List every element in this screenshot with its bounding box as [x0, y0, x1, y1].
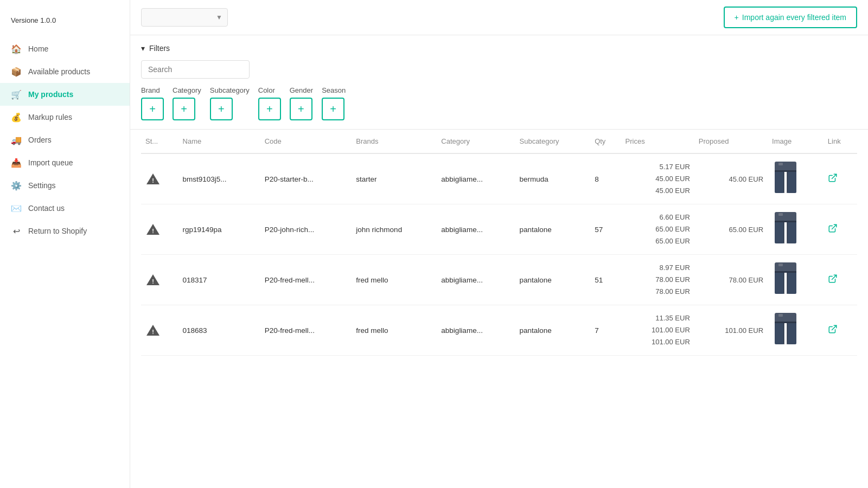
row-2-brands: john richmond	[352, 204, 437, 255]
filters-chevron-icon: ▾	[141, 44, 145, 53]
col-header-name: Name	[178, 130, 260, 153]
contact-us-label: Contact us	[28, 204, 65, 213]
row-1-status: !	[141, 153, 178, 204]
col-header-code: Code	[260, 130, 352, 153]
sidebar-item-my-products[interactable]: 🛒My products	[0, 83, 130, 106]
markup-rules-icon: 💰	[11, 112, 22, 123]
svg-text:!: !	[152, 228, 154, 234]
filters-section: ▾ Filters Brand+Category+Subcategory+Col…	[130, 35, 868, 130]
orders-label: Orders	[28, 136, 52, 144]
row-2-category: abbigliame...	[437, 204, 515, 255]
sidebar-item-contact-us[interactable]: ✉️Contact us	[0, 197, 130, 220]
warning-icon: !	[145, 171, 161, 187]
my-products-icon: 🛒	[11, 89, 22, 100]
row-3-category: abbigliame...	[437, 255, 515, 305]
row-2-subcategory: pantalone	[515, 204, 591, 255]
filter-group-category: Category+	[173, 86, 201, 120]
row-3-link[interactable]	[824, 255, 857, 305]
sidebar-item-import-queue[interactable]: 📥Import queue	[0, 151, 130, 174]
warning-icon: !	[145, 222, 161, 237]
svg-rect-3	[775, 170, 784, 193]
import-plus-icon: +	[735, 13, 739, 22]
svg-text:!: !	[152, 329, 154, 335]
table-header-row: St...NameCodeBrandsCategorySubcategoryQt…	[141, 130, 857, 153]
svg-rect-38	[778, 314, 783, 317]
svg-line-9	[832, 174, 836, 178]
svg-text:!: !	[152, 278, 154, 285]
svg-rect-5	[775, 170, 796, 172]
filter-add-btn-gender[interactable]: +	[290, 98, 312, 120]
home-label: Home	[28, 44, 48, 53]
filter-label-gender: Gender	[290, 86, 313, 94]
products-table-wrapper: St...NameCodeBrandsCategorySubcategoryQt…	[130, 130, 868, 356]
row-4-status: !	[141, 305, 178, 356]
filters-toggle[interactable]: ▾ Filters	[141, 44, 857, 53]
svg-rect-34	[787, 322, 796, 344]
markup-rules-label: Markup rules	[28, 113, 72, 121]
sidebar-item-orders[interactable]: 🚚Orders	[0, 129, 130, 151]
row-2-link[interactable]	[824, 204, 857, 255]
row-3-code: P20-fred-mell...	[260, 255, 352, 305]
import-queue-icon: 📥	[11, 157, 22, 168]
row-1-name: bmst9103j5...	[178, 153, 260, 204]
settings-label: Settings	[28, 181, 56, 190]
svg-text:!: !	[152, 177, 154, 184]
warning-icon: !	[145, 272, 161, 287]
svg-line-29	[832, 275, 836, 279]
row-1-subcategory: bermuda	[515, 153, 591, 204]
row-1-link[interactable]	[824, 153, 857, 204]
products-table: St...NameCodeBrandsCategorySubcategoryQt…	[141, 130, 857, 356]
row-4-proposed: 101.00 EUR	[694, 305, 768, 356]
row-2-prices: 6.60 EUR65.00 EUR65.00 EUR	[621, 204, 694, 255]
col-header-link: Link	[824, 130, 857, 153]
filter-group-subcategory: Subcategory+	[210, 86, 250, 120]
svg-rect-35	[775, 322, 796, 323]
svg-rect-14	[787, 221, 796, 243]
sidebar-item-settings[interactable]: ⚙️Settings	[0, 174, 130, 197]
sidebar-item-markup-rules[interactable]: 💰Markup rules	[0, 106, 130, 129]
row-1-image	[768, 153, 824, 204]
row-4-prices: 11.35 EUR101.00 EUR101.00 EUR	[621, 305, 694, 356]
sidebar: Versione 1.0.0 🏠Home📦Available products🛒…	[0, 0, 130, 488]
table-header: St...NameCodeBrandsCategorySubcategoryQt…	[141, 130, 857, 153]
search-input[interactable]	[141, 60, 250, 79]
col-header-brands: Brands	[352, 130, 437, 153]
filter-dropdown-wrapper: ▼	[141, 8, 228, 27]
svg-rect-33	[775, 322, 784, 344]
row-3-name: 018317	[178, 255, 260, 305]
row-3-prices: 8.97 EUR78.00 EUR78.00 EUR	[621, 255, 694, 305]
svg-rect-15	[775, 221, 796, 222]
row-4-link[interactable]	[824, 305, 857, 356]
return-to-shopify-label: Return to Shopify	[28, 227, 87, 235]
filter-group-season: Season+	[322, 86, 346, 120]
filter-add-btn-color[interactable]: +	[258, 98, 281, 120]
sidebar-item-home[interactable]: 🏠Home	[0, 37, 130, 60]
filter-add-btn-category[interactable]: +	[173, 98, 195, 120]
row-1-proposed: 45.00 EUR	[694, 153, 768, 204]
svg-rect-4	[787, 170, 796, 193]
col-header-st---: St...	[141, 130, 178, 153]
filter-add-btn-season[interactable]: +	[322, 98, 344, 120]
filter-dropdown[interactable]	[141, 8, 228, 27]
import-button-label: Import again every filtered item	[742, 13, 846, 22]
row-4-brands: fred mello	[352, 305, 437, 356]
table-row: ! 018317P20-fred-mell...fred melloabbigl…	[141, 255, 857, 305]
svg-rect-2	[775, 162, 796, 171]
sidebar-item-available-products[interactable]: 📦Available products	[0, 60, 130, 83]
row-2-status: !	[141, 204, 178, 255]
svg-rect-28	[778, 264, 783, 266]
col-header-image: Image	[768, 130, 824, 153]
svg-rect-23	[775, 271, 784, 294]
table-row: ! 018683P20-fred-mell...fred melloabbigl…	[141, 305, 857, 356]
filter-add-btn-subcategory[interactable]: +	[210, 98, 233, 120]
sidebar-item-return-to-shopify[interactable]: ↩Return to Shopify	[0, 220, 130, 242]
row-2-image	[768, 204, 824, 255]
svg-rect-24	[787, 271, 796, 294]
import-filtered-button[interactable]: + Import again every filtered item	[724, 7, 857, 28]
svg-rect-8	[778, 163, 783, 165]
filter-add-btn-brand[interactable]: +	[141, 98, 164, 120]
col-header-category: Category	[437, 130, 515, 153]
home-icon: 🏠	[11, 43, 22, 54]
available-products-icon: 📦	[11, 66, 22, 77]
svg-rect-13	[775, 221, 784, 243]
